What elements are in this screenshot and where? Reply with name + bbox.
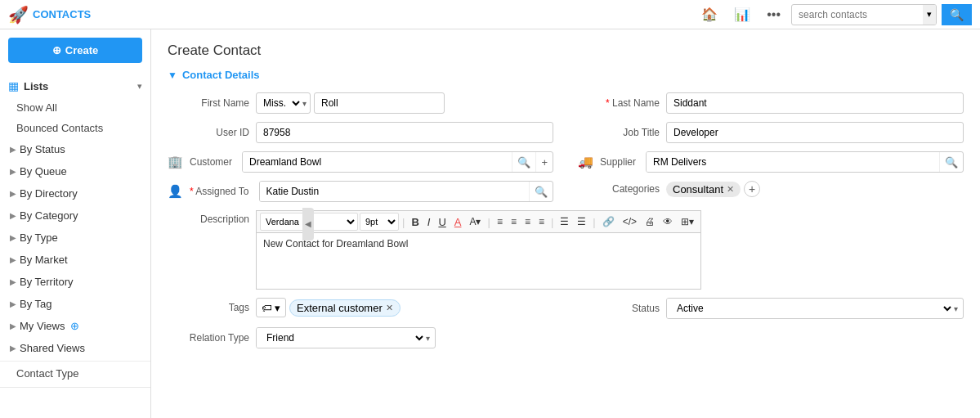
main-layout: ⊕ Create ▦ Lists ▾ Show All Bounced Cont… [0,29,980,418]
bullet-list-button[interactable]: ☰ [557,215,572,228]
tag-remove-button[interactable]: ✕ [386,303,393,313]
relation-type-label: Relation Type [168,332,249,344]
topbar: 🚀 CONTACTS 🏠 📊 ••• ▾ 🔍 [0,0,980,29]
first-name-label: First Name [168,97,249,109]
sidebar-item-by-queue[interactable]: ▶ By Queue [0,160,150,182]
sidebar-item-by-market[interactable]: ▶ By Market [0,249,150,271]
add-category-button[interactable]: + [744,181,760,197]
sidebar-item-bounced[interactable]: Bounced Contacts [0,118,150,138]
sidebar-item-contact-type[interactable]: Contact Type [0,363,150,384]
customer-search-button[interactable]: 🔍 [512,152,535,172]
relation-type-select[interactable]: Friend Colleague Family Other [257,328,426,348]
last-name-field: Last Name [578,92,964,114]
customer-input[interactable] [243,152,512,172]
tag-dropdown-icon: ▾ [275,302,280,314]
by-queue-label: By Queue [20,165,67,178]
category-remove-button[interactable]: ✕ [727,184,734,195]
sidebar-item-shared-views[interactable]: ▶ Shared Views [0,337,150,359]
search-box: ▾ [791,4,937,25]
name-row: First Name Miss. Mr. Dr. Mrs. Ms. ▾ [168,92,964,114]
supplier-input[interactable] [647,152,939,172]
assigned-input-group: 🔍 [259,181,554,202]
sidebar-create-area: ⊕ Create [8,38,142,63]
first-name-field: First Name Miss. Mr. Dr. Mrs. Ms. ▾ [168,92,553,114]
numbered-list-button[interactable]: ☰ [574,215,589,228]
tags-area: 🏷 ▾ External customer ✕ [256,298,401,317]
align-center-button[interactable]: ≡ [508,215,520,228]
relation-select-wrap: Friend Colleague Family Other ▾ [256,327,436,348]
my-views-add-icon[interactable]: ⊕ [70,320,79,332]
sidebar-item-my-views[interactable]: ▶ My Views ⊕ [0,315,150,337]
sidebar-item-by-tag[interactable]: ▶ By Tag [0,293,150,315]
lists-header[interactable]: ▦ Lists ▾ [0,74,150,97]
main-content: ◀ Create Contact ▼ Contact Details First… [151,29,980,418]
by-market-arrow: ▶ [10,255,16,264]
sidebar-item-by-category[interactable]: ▶ By Category [0,205,150,227]
align-left-button[interactable]: ≡ [494,215,506,228]
size-select[interactable]: 9pt10pt12pt [360,213,399,231]
by-type-arrow: ▶ [10,233,16,242]
tag-add-button[interactable]: 🏷 ▾ [256,298,286,317]
user-id-field: User ID [168,122,553,143]
home-button[interactable]: 🏠 [696,3,723,25]
page-title: Create Contact [168,43,964,59]
italic-button[interactable]: I [424,215,434,229]
font-color-button[interactable]: A [451,215,465,229]
name-prefix-select[interactable]: Miss. Mr. Dr. Mrs. Ms. [257,93,302,113]
search-dropdown-button[interactable]: ▾ [923,5,936,25]
customer-field: 🏢 Customer 🔍 + [168,151,553,173]
supplier-search-button[interactable]: 🔍 [939,152,963,172]
search-input[interactable] [792,9,923,20]
link-button[interactable]: 🔗 [599,215,618,228]
by-tag-arrow: ▶ [10,299,16,308]
table-button[interactable]: ⊞▾ [678,215,697,228]
code-button[interactable]: </> [620,215,640,228]
highlight-button[interactable]: A▾ [466,215,484,228]
customer-add-button[interactable]: + [535,152,553,172]
first-name-input[interactable] [314,92,445,114]
shared-views-arrow: ▶ [10,344,16,353]
description-field: Description VerdanaArialTimes New Roman … [168,210,701,290]
toolbar-sep4: | [593,216,595,228]
job-title-input[interactable] [666,122,964,143]
underline-button[interactable]: U [435,215,449,229]
assigned-search-button[interactable]: 🔍 [529,182,553,201]
assigned-icon: 👤 [168,184,183,199]
toolbar-sep3: | [551,216,553,228]
user-id-input[interactable] [256,122,553,143]
show-all-label: Show All [16,101,57,114]
sidebar-item-by-directory[interactable]: ▶ By Directory [0,182,150,205]
logo-icon: 🚀 [8,5,29,25]
assigned-to-input[interactable] [260,182,530,201]
tags-field: Tags 🏷 ▾ External customer ✕ [168,298,553,317]
description-toolbar: VerdanaArialTimes New Roman 9pt10pt12pt … [256,210,701,232]
description-content[interactable]: New Contact for Dreamland Bowl [256,232,701,290]
more-button[interactable]: ••• [761,4,786,25]
by-territory-label: By Territory [20,276,74,288]
customer-label: Customer [190,156,232,168]
contact-details-toggle[interactable]: ▼ Contact Details [168,69,964,81]
chart-button[interactable]: 📊 [728,3,756,25]
collapse-handle[interactable]: ◀ [302,208,314,240]
align-right-button[interactable]: ≡ [521,215,534,228]
justify-button[interactable]: ≡ [535,215,548,228]
bold-button[interactable]: B [408,215,422,229]
sidebar-item-by-status[interactable]: ▶ By Status [0,138,150,160]
create-button[interactable]: ⊕ Create [8,38,142,63]
preview-button[interactable]: 👁 [660,215,676,228]
description-row: Description VerdanaArialTimes New Roman … [168,210,964,290]
search-button[interactable]: 🔍 [942,4,972,25]
toolbar-sep2: | [487,216,490,228]
status-select[interactable]: Active Inactive Pending [667,299,954,318]
sidebar-item-show-all[interactable]: Show All [0,97,150,118]
sidebar-item-by-territory[interactable]: ▶ By Territory [0,271,150,293]
print-button[interactable]: 🖨 [642,215,658,228]
name-prefix-select-wrap: Miss. Mr. Dr. Mrs. Ms. ▾ [256,92,311,114]
last-name-input[interactable] [666,92,964,114]
assigned-categories-row: 👤 Assigned To 🔍 Categories Consultant ✕ [168,181,964,202]
sidebar-item-by-type[interactable]: ▶ By Type [0,227,150,249]
supplier-field: 🚚 Supplier 🔍 [578,151,964,173]
topbar-actions: 🏠 📊 ••• ▾ 🔍 [696,3,972,25]
relation-type-row: Relation Type Friend Colleague Family Ot… [168,327,964,348]
tags-label: Tags [168,302,249,313]
